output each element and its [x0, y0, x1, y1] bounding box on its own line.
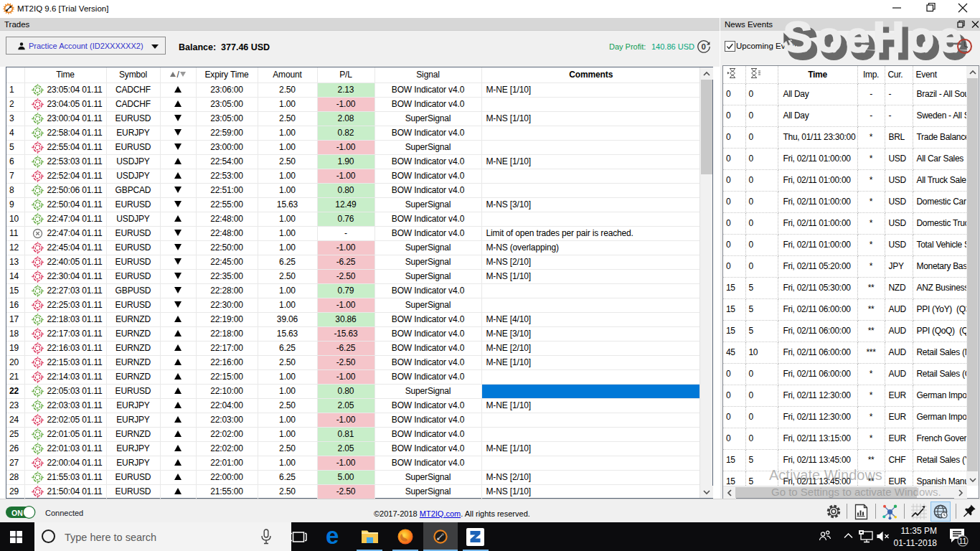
svg-text:ON: ON — [11, 509, 23, 517]
svg-text:0: 0 — [702, 42, 706, 51]
svg-text:11: 11 — [959, 537, 967, 545]
